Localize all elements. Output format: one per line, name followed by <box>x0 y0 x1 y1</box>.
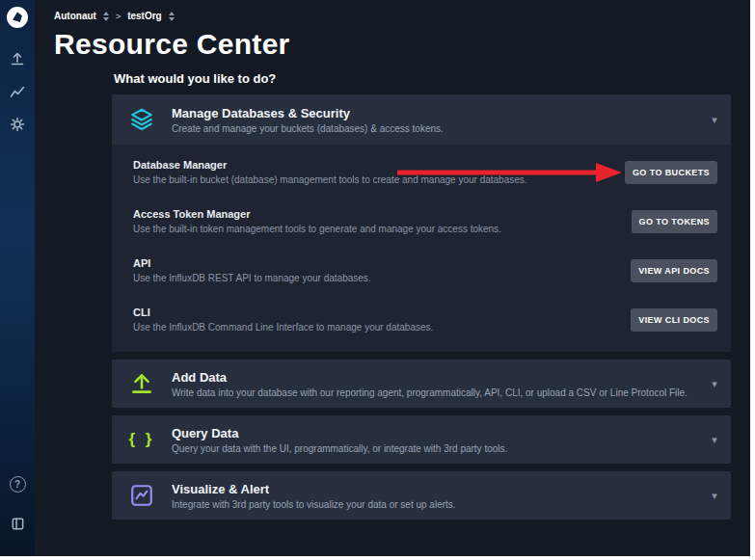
gear-icon <box>10 117 25 132</box>
chart-icon <box>129 483 154 508</box>
view-cli-docs-button[interactable]: VIEW CLI DOCS <box>631 308 717 332</box>
panel-manage-text: Manage Databases & Security Create and m… <box>172 98 698 142</box>
panel-query-data-header[interactable]: { } Query Data Query your data with the … <box>112 415 731 464</box>
chevron-up-icon <box>169 12 175 15</box>
row-desc: Use the InfluxDB Command Line Interface … <box>133 322 615 333</box>
chevron-down-icon <box>103 17 109 21</box>
bottom-panel-button[interactable] <box>5 512 30 535</box>
panel-desc: Integrate with 3rd party tools to visual… <box>172 499 688 510</box>
breadcrumb-suborg-name[interactable]: testOrg <box>127 11 162 21</box>
help-button[interactable]: ? <box>10 476 26 493</box>
expand-caret-icon[interactable]: ▾ <box>698 434 731 446</box>
panel-title: Add Data <box>172 370 688 385</box>
breadcrumb-separator: > <box>116 12 121 21</box>
screenshot-frame: ? Autonaut > testOrg <box>0 0 755 560</box>
main-content: Autonaut > testOrg Resource Center What … <box>35 0 750 556</box>
go-to-buckets-button[interactable]: GO TO BUCKETS <box>625 161 717 184</box>
row-cli: CLI Use the InfluxDB Command Line Interf… <box>112 295 731 344</box>
panel-visualize-alert-icon-cell <box>112 483 172 508</box>
row-text: API Use the InfluxDB REST API to manage … <box>133 257 631 283</box>
panel-query-data-icon-cell: { } <box>112 430 172 449</box>
influxdb-logo-icon <box>11 11 24 24</box>
view-api-docs-button[interactable]: VIEW API DOCS <box>631 259 717 282</box>
sidebar-item-settings[interactable] <box>5 113 30 136</box>
panel-desc: Write data into your database with our r… <box>172 387 688 398</box>
row-desc: Use the InfluxDB REST API to manage your… <box>133 273 615 283</box>
upload-icon <box>10 51 25 67</box>
row-title: Database Manager <box>133 159 609 171</box>
panel-query-data-text: Query Data Query your data with the UI, … <box>172 418 698 462</box>
chevron-down-icon <box>169 17 175 21</box>
panel-manage-rows: Database Manager Use the built-in bucket… <box>112 145 731 352</box>
panel-manage-icon-cell <box>112 107 172 132</box>
breadcrumb: Autonaut > testOrg <box>54 9 750 23</box>
panel-add-data-text: Add Data Write data into your database w… <box>172 362 698 406</box>
row-text: Database Manager Use the built-in bucket… <box>133 159 625 185</box>
resource-center-content: What would you like to do? Manage Da <box>112 71 731 520</box>
panel-desc: Create and manage your buckets (database… <box>172 123 688 134</box>
panel-query-data: { } Query Data Query your data with the … <box>112 415 731 464</box>
panel-add-data: Add Data Write data into your database w… <box>112 360 731 408</box>
expand-caret-icon[interactable]: ▾ <box>698 490 731 502</box>
sidebar-item-data-explorer[interactable] <box>5 80 30 103</box>
panel-visualize-alert-header[interactable]: Visualize & Alert Integrate with 3rd par… <box>112 471 731 520</box>
row-database-manager: Database Manager Use the built-in bucket… <box>112 147 731 197</box>
graph-icon <box>10 84 25 99</box>
sidebar: ? <box>0 0 35 556</box>
row-desc: Use the built-in token management tools … <box>133 224 616 234</box>
panel-icon <box>11 517 25 531</box>
app-window: ? Autonaut > testOrg <box>0 0 750 556</box>
page-subtitle: What would you like to do? <box>114 71 731 86</box>
row-text: CLI Use the InfluxDB Command Line Interf… <box>133 307 631 333</box>
panel-manage-header[interactable]: Manage Databases & Security Create and m… <box>112 94 731 145</box>
row-title: API <box>133 257 615 269</box>
panel-title: Manage Databases & Security <box>172 106 688 120</box>
row-text: Access Token Manager Use the built-in to… <box>133 208 632 234</box>
panel-visualize-alert: Visualize & Alert Integrate with 3rd par… <box>112 471 731 520</box>
go-to-tokens-button[interactable]: GO TO TOKENS <box>632 210 717 233</box>
panel-add-data-header[interactable]: Add Data Write data into your database w… <box>112 360 731 408</box>
chevron-up-icon <box>103 12 109 15</box>
panel-title: Visualize & Alert <box>172 482 688 496</box>
panel-title: Query Data <box>172 426 688 440</box>
page-title: Resource Center <box>54 28 750 61</box>
org-switcher-icon[interactable] <box>103 12 109 21</box>
panel-manage-databases: Manage Databases & Security Create and m… <box>112 94 731 352</box>
question-mark-icon: ? <box>14 479 20 490</box>
panel-desc: Query your data with the UI, programmati… <box>172 443 688 454</box>
upload-data-icon <box>129 371 154 396</box>
row-title: Access Token Manager <box>133 208 616 220</box>
row-title: CLI <box>133 307 615 318</box>
suborg-switcher-icon[interactable] <box>169 12 175 21</box>
layers-icon <box>129 107 154 132</box>
row-desc: Use the built-in bucket (database) manag… <box>133 174 609 185</box>
expand-caret-icon[interactable]: ▾ <box>698 378 731 390</box>
row-api: API Use the InfluxDB REST API to manage … <box>112 246 731 295</box>
breadcrumb-org-name[interactable]: Autonaut <box>54 11 96 21</box>
row-access-token-manager: Access Token Manager Use the built-in to… <box>112 197 731 246</box>
braces-icon: { } <box>129 430 155 449</box>
collapse-caret-icon[interactable]: ▾ <box>698 114 731 126</box>
panel-visualize-alert-text: Visualize & Alert Integrate with 3rd par… <box>172 474 698 518</box>
panel-add-data-icon-cell <box>112 371 172 396</box>
influxdb-logo[interactable] <box>7 7 28 28</box>
sidebar-item-load-data[interactable] <box>5 47 30 70</box>
